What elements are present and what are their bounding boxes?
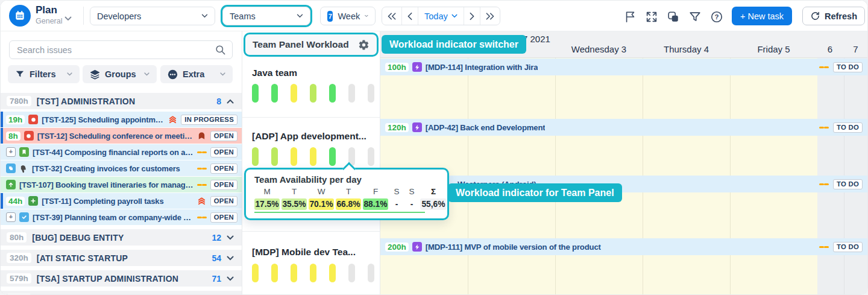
- calendar-grid[interactable]: 100h [MDP-114] Integration with Jira TO …: [380, 58, 867, 294]
- filter-icon[interactable]: [688, 10, 702, 24]
- plan-subtitle: General: [36, 17, 62, 25]
- group-hours: 80h: [7, 232, 27, 243]
- week-number-badge-icon: 7: [327, 11, 333, 22]
- callout-workload-indicator-switcher: Workload indicator switcher: [382, 35, 526, 54]
- availability-day-row: MTWTFSSΣ: [254, 187, 442, 196]
- search-icon[interactable]: [215, 44, 226, 56]
- team-panel: Team Panel Workload Java team [ADP] App …: [242, 31, 380, 294]
- today-button[interactable]: Today: [418, 7, 464, 25]
- chevron-right-icon: [469, 12, 475, 21]
- issue-row-tst-125[interactable]: 19h [TST-125] Scheduling appointments fo…: [1, 112, 242, 127]
- issue-hours: 19h: [6, 115, 25, 124]
- group-header-tsa-startup-administration[interactable]: 579h [TSA] STARTUP ADMINISTRATION 71: [1, 270, 242, 287]
- issue-row-tst-11[interactable]: 44h [TST-11] Completing payroll tasks OP…: [1, 193, 242, 209]
- availability-value: 70.1%: [309, 198, 334, 210]
- team-panel-workload-header[interactable]: Team Panel Workload: [244, 33, 379, 57]
- workload-bars-mdp[interactable]: [252, 264, 374, 282]
- group-title: [BUG] DEBUG ENTITY: [32, 233, 206, 243]
- flag-icon[interactable]: [624, 10, 637, 24]
- workload-bar-yellow: [271, 264, 278, 282]
- status-badge: TO DO: [833, 179, 863, 189]
- priority-medium-icon: [197, 180, 207, 189]
- groups-label: Groups: [105, 69, 139, 79]
- plan-logo[interactable]: [9, 5, 31, 27]
- expand-button[interactable]: +: [6, 212, 16, 222]
- team-availability-tooltip: Team Availability per day MTWTFSSΣ 17.5%…: [244, 168, 449, 220]
- period-dropdown[interactable]: 7 Week: [320, 7, 376, 25]
- gear-icon[interactable]: [358, 39, 370, 51]
- issue-row-tst-32[interactable]: [TST-32] Creating invoices for customers…: [1, 160, 242, 176]
- fullscreen-icon[interactable]: [645, 10, 658, 24]
- team-separator: [242, 117, 380, 118]
- group-title: [TST] ADMINISTRATION: [37, 97, 211, 106]
- team-name-mdp[interactable]: [MDP] Mobile dev Tea...: [252, 247, 356, 258]
- availability-day-label: Σ: [420, 187, 447, 196]
- group-header-bug-debug-entity[interactable]: 80h [BUG] DEBUG ENTITY 12: [1, 229, 242, 246]
- chevron-down-icon[interactable]: [227, 235, 234, 240]
- priority-medium-icon: [819, 122, 829, 132]
- availability-value: 35.5%: [281, 198, 307, 210]
- refresh-button[interactable]: Refresh: [802, 7, 865, 25]
- team-separator: [242, 231, 380, 232]
- date-navigation: Today: [382, 7, 500, 25]
- extra-button[interactable]: Extra: [160, 65, 233, 83]
- issue-row-tst-12[interactable]: 8h [TST-12] Scheduling conference or mee…: [1, 128, 242, 144]
- issue-row-tst-39[interactable]: + [TST-39] Planning team or company-wide…: [1, 209, 242, 225]
- prev-button[interactable]: [401, 7, 418, 25]
- issue-summary: [TST-44] Composing financial reports on …: [33, 148, 193, 157]
- task-summary: [MDP-111] MVP of mobile version of the p…: [426, 243, 601, 252]
- issue-summary: [TST-39] Planning team or company-wide m…: [33, 213, 193, 222]
- panel-mode-dropdown[interactable]: Teams: [222, 7, 310, 25]
- extra-label: Extra: [183, 69, 215, 79]
- bug-type-icon: [28, 115, 38, 124]
- status-badge: OPEN: [210, 147, 237, 157]
- timeline-calendar: 7 2021 2 Wednesday 3 Thursday 4 Friday 5…: [380, 31, 867, 294]
- group-title: [TSA] STARTUP ADMINISTRATION: [37, 274, 207, 284]
- ellipsis-circle-icon: [168, 69, 178, 80]
- search-input[interactable]: [16, 45, 215, 56]
- workload-bar-yellow: [252, 264, 259, 282]
- next-button[interactable]: [464, 7, 480, 25]
- workload-bar-yellow: [310, 147, 316, 166]
- group-count: 8: [216, 97, 221, 106]
- group-header-tst-administration[interactable]: 780h [TST] ADMINISTRATION 8: [1, 93, 242, 109]
- subtask-type-icon: [6, 163, 16, 173]
- groups-button[interactable]: Groups: [83, 65, 157, 83]
- issue-hours: 8h: [6, 132, 20, 141]
- chevron-down-icon[interactable]: [227, 276, 234, 281]
- availability-value: -: [390, 198, 403, 210]
- status-badge: OPEN: [210, 131, 237, 141]
- filters-button[interactable]: Filters: [8, 65, 80, 83]
- jump-forward-button[interactable]: [480, 7, 500, 25]
- issue-row-tst-44[interactable]: + [TST-44] Composing financial reports o…: [1, 144, 242, 160]
- copy-icon[interactable]: [667, 10, 680, 24]
- workload-bar-yg: [271, 147, 278, 166]
- issue-row-tst-107[interactable]: [TST-107] Booking travel itineraries for…: [1, 177, 242, 192]
- issue-hours: 44h: [6, 197, 25, 206]
- workload-bar-gray: [368, 264, 374, 282]
- task-bar-mdp-114[interactable]: 100h [MDP-114] Integration with Jira TO …: [380, 59, 867, 75]
- availability-day-label: W: [309, 187, 334, 196]
- refresh-icon: [810, 11, 820, 21]
- help-icon[interactable]: ?: [710, 10, 723, 24]
- task-bar-mdp-111[interactable]: 200h [MDP-111] MVP of mobile version of …: [380, 238, 867, 255]
- workload-bars-adp[interactable]: [252, 147, 374, 166]
- task-bar-adp-42[interactable]: 120h [ADP-42] Back end Development TO DO: [380, 119, 867, 136]
- availability-value: 88.1%: [363, 198, 388, 210]
- chevron-up-icon[interactable]: [227, 99, 234, 104]
- issue-summary: [TST-32] Creating invoices for customers: [32, 164, 193, 173]
- group-header-tst-long-name[interactable]: 430h [TST] LONG NAME STARTUP ADMINIST...…: [1, 291, 242, 295]
- workload-bars-java[interactable]: [252, 84, 374, 103]
- jump-back-button[interactable]: [382, 7, 401, 25]
- team-name-adp[interactable]: [ADP] App development...: [252, 131, 366, 142]
- issue-summary: [TST-11] Completing payroll tasks: [42, 197, 193, 206]
- group-header-ati-static-startup[interactable]: 320h [ATI STATIC STARTUP 54: [1, 250, 242, 266]
- new-task-button[interactable]: + New task: [732, 7, 792, 25]
- plan-chevron-down-icon[interactable]: [64, 13, 72, 24]
- team-name-java[interactable]: Java team: [252, 68, 297, 78]
- chevron-down-icon[interactable]: [227, 256, 234, 261]
- improvement-type-icon: [6, 180, 16, 189]
- resource-dropdown[interactable]: Developers: [90, 7, 215, 25]
- chevron-down-icon: [144, 72, 149, 76]
- expand-button[interactable]: +: [6, 147, 16, 157]
